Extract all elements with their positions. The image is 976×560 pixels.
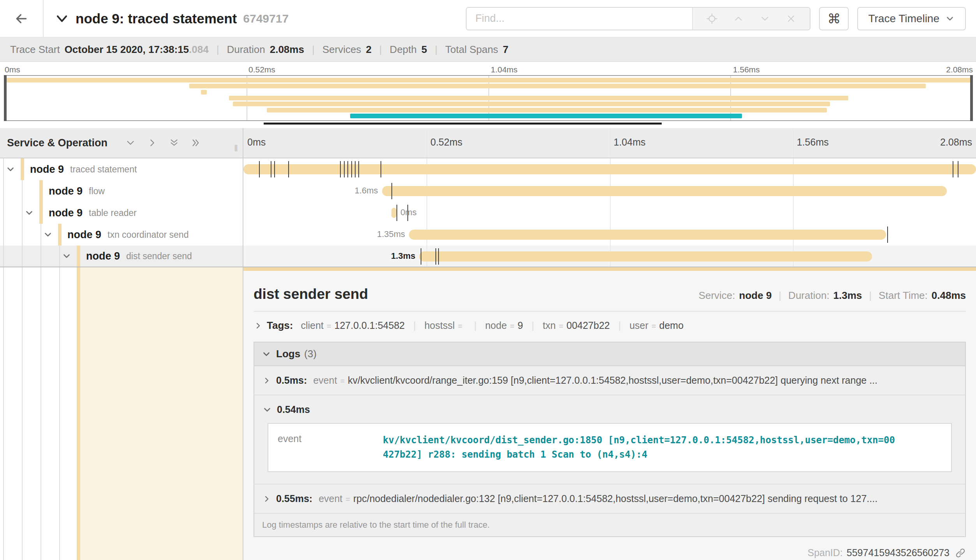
expand-all-icon[interactable]	[190, 137, 202, 149]
keyboard-shortcuts-button[interactable]: ⌘	[819, 7, 849, 30]
timeline-gridline	[793, 202, 794, 224]
operation-name: dist sender send	[126, 251, 192, 262]
span-row-name-cell[interactable]: node 9txn coordinator send	[0, 224, 243, 246]
chevron-right-icon[interactable]	[262, 376, 271, 385]
equals-sign: =	[345, 495, 350, 504]
tree-guide	[3, 224, 4, 246]
divider: |	[435, 44, 437, 56]
span-row-name-cell[interactable]: node 9table reader	[0, 202, 243, 224]
axis-tick-label: 1.56ms	[797, 137, 829, 148]
log-tick	[391, 183, 392, 199]
span-row[interactable]: node 9dist sender send 1.3ms	[0, 246, 976, 267]
span-bar[interactable]	[409, 230, 886, 240]
tags-row[interactable]: Tags: client=127.0.0.1:54582|hostssl=|no…	[254, 319, 966, 332]
logs-header[interactable]: Logs (3)	[254, 342, 965, 366]
span-row-name-cell[interactable]: node 9dist sender send	[0, 246, 243, 267]
minimap-scrollbar[interactable]	[264, 123, 662, 125]
log-tick	[358, 161, 359, 177]
meta-value: 0.48ms	[932, 290, 966, 302]
summary-label: Total Spans	[445, 44, 498, 56]
trace-summary-bar: Trace StartOctober 15 2020, 17:38:15.084…	[0, 37, 976, 62]
viewport-drag-left[interactable]	[4, 75, 7, 121]
tree-guide	[22, 180, 23, 202]
caret-up-icon[interactable]	[733, 13, 744, 25]
tree-guide	[59, 267, 60, 560]
tag-item: |user=demo	[610, 320, 684, 331]
operation-name: txn coordinator send	[107, 230, 189, 240]
span-bar[interactable]	[391, 208, 396, 218]
log-entry[interactable]: 0.5ms: event = kv/kvclient/kvcoord/range…	[254, 366, 965, 395]
chevron-down-icon[interactable]	[43, 230, 53, 240]
span-row-name-cell[interactable]: node 9traced statement	[0, 158, 243, 180]
span-bar[interactable]	[243, 164, 976, 174]
divider: |	[779, 290, 781, 302]
caret-down-icon[interactable]	[759, 13, 771, 25]
log-tick	[438, 248, 439, 265]
log-timestamp: 0.55ms:	[276, 493, 312, 504]
trace-id: 6749717	[243, 12, 289, 25]
trace-header-collapse-button[interactable]	[55, 11, 69, 26]
chevron-down-icon[interactable]	[262, 405, 272, 415]
trace-view-select[interactable]: Trace Timeline	[857, 7, 966, 30]
span-row-timeline-cell[interactable]	[243, 158, 976, 180]
span-row-timeline-cell[interactable]: 0ms	[243, 202, 976, 224]
span-rows-top: node 9traced statement node 9flow 1.6ms …	[0, 158, 976, 267]
minimap-axis: 0ms0.52ms1.04ms1.56ms2.08ms	[0, 62, 976, 75]
span-row-name-cell[interactable]: node 9flow	[0, 180, 243, 202]
span-row[interactable]: node 9txn coordinator send 1.35ms	[0, 224, 976, 246]
minimap-span	[229, 96, 848, 100]
log-tick	[347, 161, 348, 177]
span-row[interactable]: node 9flow 1.6ms	[0, 180, 976, 202]
span-bar[interactable]	[382, 186, 947, 196]
span-row-timeline-cell[interactable]: 1.6ms	[243, 180, 976, 202]
log-tick	[288, 161, 289, 177]
collapse-all-icon[interactable]	[168, 137, 180, 149]
service-operation-header: Service & Operation	[7, 137, 107, 149]
trace-page: node 9: traced statement 6749717 ⌘ Trace…	[0, 0, 976, 560]
log-tick	[351, 161, 352, 177]
span-bar[interactable]	[419, 251, 872, 262]
tag-item: |hostssl=	[405, 320, 465, 331]
locate-icon[interactable]	[706, 13, 718, 25]
expand-one-icon[interactable]	[146, 137, 158, 149]
log-value: kv/kvclient/kvcoord/dist_sender.go:1850 …	[383, 433, 897, 462]
span-detail-panel: dist sender send Service:node 9|Duration…	[243, 267, 976, 560]
log-tick	[259, 161, 260, 177]
span-row-timeline-cell[interactable]: 1.35ms	[243, 224, 976, 246]
clear-icon[interactable]	[786, 13, 796, 24]
span-duration-label: 1.6ms	[355, 186, 382, 196]
log-entry[interactable]: 0.55ms: event = rpc/nodedialer/nodediale…	[254, 485, 965, 513]
tree-guide	[41, 224, 41, 246]
summary-label: Duration	[227, 44, 265, 56]
span-row-timeline-cell[interactable]: 1.3ms	[243, 246, 976, 267]
arrow-left-icon	[14, 11, 29, 26]
axis-gridline	[793, 128, 794, 158]
divider: |	[869, 290, 872, 302]
link-icon[interactable]	[955, 548, 966, 558]
span-duration-label: 1.3ms	[391, 251, 419, 261]
minimap-viewport[interactable]	[4, 75, 973, 121]
chevron-down-icon[interactable]	[24, 208, 34, 218]
viewport-drag-right[interactable]	[970, 75, 973, 121]
log-tick	[274, 161, 275, 177]
service-name: node 9	[67, 229, 101, 241]
back-button[interactable]	[0, 0, 44, 37]
minimap-span	[350, 114, 742, 118]
span-row[interactable]: node 9traced statement	[0, 158, 976, 180]
collapse-one-icon[interactable]	[125, 137, 136, 149]
chevron-down-icon[interactable]	[62, 251, 72, 261]
log-tick	[344, 161, 345, 177]
column-resize-handle[interactable]: ‖	[234, 143, 239, 154]
axis-tick-label: 0ms	[247, 137, 266, 148]
service-color-stripe	[77, 246, 80, 267]
chevron-down-icon[interactable]	[5, 164, 16, 174]
find-input[interactable]	[467, 8, 692, 30]
service-color-stripe	[39, 202, 43, 224]
span-id-value: 5597415943526560273	[847, 547, 950, 558]
log-entry[interactable]: 0.54ms event kv/kvclient/kvcoord/dist_se…	[254, 395, 965, 485]
chevron-right-icon[interactable]	[262, 494, 271, 504]
span-duration-label: 1.35ms	[377, 229, 409, 239]
service-name: node 9	[30, 163, 64, 176]
span-row[interactable]: node 9table reader 0ms	[0, 202, 976, 224]
tree-guide	[41, 246, 41, 267]
